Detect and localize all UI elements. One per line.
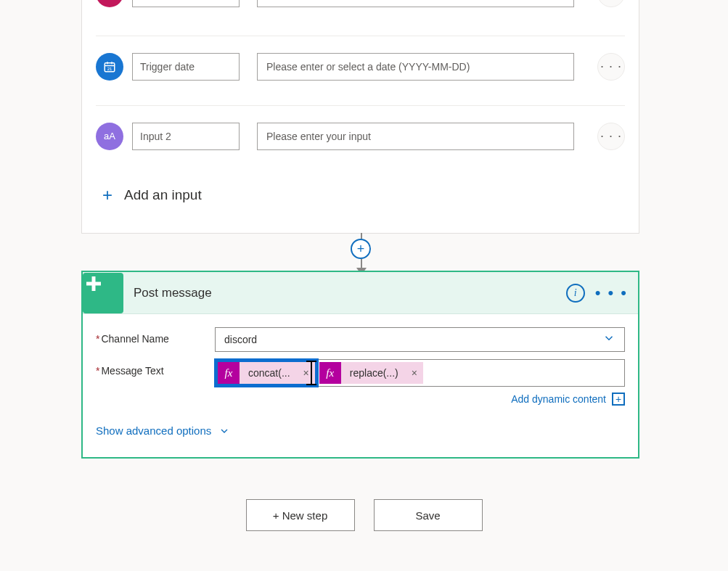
- fx-icon: fx: [218, 362, 240, 384]
- flow-connector: +: [351, 233, 372, 271]
- token-remove-button[interactable]: ×: [298, 367, 315, 379]
- param-menu-button[interactable]: · · ·: [597, 53, 625, 81]
- insert-step-button[interactable]: +: [351, 239, 371, 259]
- expression-token-replace[interactable]: fx replace(...) ×: [319, 362, 423, 384]
- add-input-label: Add an input: [124, 187, 202, 203]
- trigger-param-row: · · ·: [96, 0, 625, 8]
- token-label: concat(...: [240, 367, 298, 379]
- param-name-input[interactable]: Input 2: [132, 123, 240, 150]
- param-menu-button[interactable]: · · ·: [597, 0, 625, 7]
- trigger-param-row: 21 Trigger date Please enter or select a…: [96, 36, 625, 79]
- text-icon: [96, 0, 123, 7]
- new-step-button[interactable]: + New step: [246, 499, 355, 531]
- advanced-options-label: Show advanced options: [96, 424, 211, 437]
- slack-icon: [83, 273, 123, 313]
- save-button[interactable]: Save: [374, 499, 483, 531]
- param-name-input[interactable]: Trigger date: [132, 53, 240, 81]
- message-text-input[interactable]: fx concat(... × fx replace(...) ×: [215, 359, 625, 387]
- param-value-input[interactable]: [257, 0, 574, 7]
- token-remove-button[interactable]: ×: [406, 367, 423, 379]
- dynamic-content-label: Add dynamic content: [511, 393, 606, 405]
- param-name-input[interactable]: [132, 0, 240, 7]
- expression-token-concat[interactable]: fx concat(... ×: [218, 362, 315, 384]
- bottom-button-bar: + New step Save: [0, 499, 728, 531]
- action-card-post-message: Post message i • • • *Channel Name disco…: [81, 271, 639, 459]
- show-advanced-options-link[interactable]: Show advanced options: [96, 424, 625, 437]
- action-header[interactable]: Post message i • • •: [83, 272, 638, 314]
- param-value-input[interactable]: Please enter your input: [257, 123, 574, 150]
- info-icon[interactable]: i: [566, 284, 585, 303]
- param-menu-button[interactable]: · · ·: [597, 123, 625, 150]
- trigger-param-row: aA Input 2 Please enter your input · · ·: [96, 105, 625, 149]
- field-label: *Message Text: [96, 359, 215, 377]
- calendar-icon: 21: [96, 53, 123, 81]
- fx-icon: fx: [319, 362, 341, 384]
- chevron-down-icon: [602, 332, 615, 348]
- channel-select[interactable]: discord: [215, 327, 625, 352]
- add-input-button[interactable]: + Add an input: [102, 185, 202, 205]
- field-row-message: *Message Text fx concat(... × fx replace…: [96, 359, 625, 406]
- param-value-input[interactable]: Please enter or select a date (YYYY-MM-D…: [257, 53, 574, 81]
- svg-text:21: 21: [107, 66, 113, 70]
- field-row-channel: *Channel Name discord: [96, 327, 625, 352]
- trigger-card: · · · 21 Trigger date Please enter or se…: [81, 0, 639, 234]
- chevron-down-icon: [218, 425, 230, 437]
- text-input-icon: aA: [96, 123, 123, 150]
- field-label: *Channel Name: [96, 327, 215, 345]
- token-label: replace(...): [341, 367, 406, 379]
- add-dynamic-content-link[interactable]: Add dynamic content +: [215, 393, 625, 406]
- channel-value: discord: [224, 334, 257, 345]
- plus-box-icon: +: [612, 393, 625, 406]
- action-menu-button[interactable]: • • •: [595, 284, 628, 303]
- plus-icon: +: [102, 185, 113, 205]
- action-title: Post message: [134, 286, 566, 300]
